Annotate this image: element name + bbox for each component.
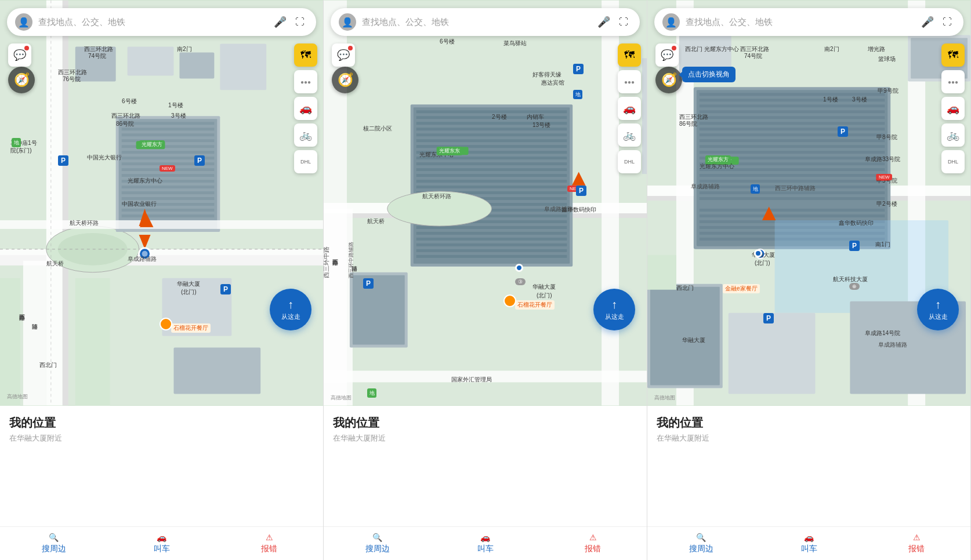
map-badge: ③ [515,278,526,285]
map-label: 南1门 [875,241,890,249]
map-label: 鑫华数码快印 [839,219,874,227]
svg-rect-22 [122,191,215,194]
search-placeholder[interactable]: 查找地点、公交、地铁 [362,17,591,28]
svg-rect-73 [416,226,567,229]
svg-rect-109 [700,151,885,154]
notification-dot [348,46,353,50]
traffic-button[interactable]: ●●● [294,70,317,93]
map-label: 13号楼 [532,121,550,129]
fullscreen-icon[interactable]: ⛶ [939,14,955,30]
svg-rect-10 [122,122,215,125]
nav-taxi[interactable]: 🚗 叫车 [108,533,216,554]
svg-rect-58 [416,139,567,142]
nav-report[interactable]: ⚠ 报错 [215,533,323,554]
svg-rect-15 [122,151,215,154]
from-here-button[interactable]: ↑ 从这走 [593,289,635,330]
nav-report[interactable]: ⚠ 报错 [539,533,647,554]
search-bar[interactable]: 查找地点、公交、地铁 🎤 ⛶ [331,8,640,36]
avatar[interactable] [339,13,356,31]
map-label: 增光路 [868,45,885,53]
taxi-label: 叫车 [801,544,817,554]
service-button[interactable]: DHL [618,150,641,173]
search-placeholder[interactable]: 查找地点、公交、地铁 [686,17,915,28]
avatar[interactable] [662,13,680,31]
nav-taxi[interactable]: 🚗 叫车 [755,533,863,554]
nav-taxi[interactable]: 🚗 叫车 [432,533,539,554]
svg-rect-65 [416,180,567,183]
layers-button[interactable]: 🗺 [618,43,641,67]
map-label: 6号楼 [122,97,137,106]
mic-icon[interactable]: 🎤 [272,14,288,30]
map-panel-2: 光耀东东 西三环中路 西三环中路辅路 [324,0,647,560]
mic-icon[interactable]: 🎤 [919,14,936,30]
message-bubble[interactable]: 💬 [8,43,31,67]
svg-rect-74 [416,232,567,235]
car-button[interactable]: 🚗 [294,97,317,120]
compass[interactable]: 🧭 [655,67,682,93]
map-label: 74号院 [88,52,106,60]
nav-report[interactable]: ⚠ 报错 [863,533,970,554]
service-button[interactable]: DHL [941,150,965,173]
bike-button[interactable]: 🚲 [294,123,317,147]
nav-nearby[interactable]: 🔍 搜周边 [647,533,755,554]
compass-arrow: 🧭 [661,72,677,88]
location-sub: 在华融大厦附近 [9,433,314,443]
nav-nearby[interactable]: 🔍 搜周边 [324,533,432,554]
map-view-3[interactable]: 光耀东方 高德地图 NEW [647,0,970,406]
svg-rect-131 [729,313,816,394]
traffic-button[interactable]: ●●● [618,70,641,93]
car-button[interactable]: 🚗 [618,97,641,120]
map-panel-3: 光耀东方 高德地图 NEW [647,0,971,560]
nav-nearby[interactable]: 🔍 搜周边 [0,533,108,554]
from-here-button[interactable]: ↑ 从这走 [917,289,959,330]
report-label: 报错 [585,544,601,554]
svg-rect-114 [700,180,885,183]
fullscreen-icon[interactable]: ⛶ [292,14,308,30]
service-button[interactable]: DHL [294,150,317,173]
taxi-icon: 🚗 [157,533,166,542]
message-bubble[interactable]: 💬 [655,43,679,67]
bike-button[interactable]: 🚲 [941,123,965,147]
map-label: (北门) [537,292,552,300]
map-view-2[interactable]: 光耀东东 西三环中路 西三环中路辅路 [324,0,647,406]
traffic-button[interactable]: ●●● [941,70,965,93]
bottom-nav-2: 🔍 搜周边 🚗 叫车 ⚠ 报错 [324,526,647,560]
avatar[interactable] [15,13,32,31]
map-label: 西北门 光耀东方中心 [685,45,739,53]
info-panel-3: 我的位置 在华融大厦附近 [647,406,970,526]
map-label-new: NEW [876,174,892,180]
map-label: 中国农业银行 [122,200,157,208]
car-button[interactable]: 🚗 [941,97,965,120]
compass[interactable]: 🧭 [332,67,358,93]
parking-sign: P [220,284,231,294]
message-bubble[interactable]: 💬 [332,43,355,67]
parking-sign: P [194,155,205,166]
compass[interactable]: 🧭 [8,67,35,93]
bike-button[interactable]: 🚲 [618,123,641,147]
map-label: 阜成路辅路 [691,183,720,191]
search-bar[interactable]: 查找地点、公交、地铁 🎤 ⛶ [7,8,316,36]
from-here-label: 从这走 [605,312,624,321]
svg-rect-101 [700,104,885,107]
map-label: 南2门 [177,45,192,53]
svg-rect-21 [122,186,215,188]
fullscreen-icon[interactable]: ⛶ [615,14,632,30]
svg-rect-57 [416,133,567,136]
from-here-button[interactable]: ↑ 从这走 [270,289,311,330]
layers-button[interactable]: 🗺 [941,43,965,67]
svg-text:高德地图: 高德地图 [654,395,675,401]
svg-rect-4 [46,1,63,406]
map-view-1[interactable]: 光耀东方 [0,0,323,406]
search-placeholder[interactable]: 查找地点、公交、地铁 [38,17,267,28]
taxi-label: 叫车 [477,544,494,554]
svg-rect-38 [173,348,260,394]
compass-arrow: 🧭 [14,72,30,88]
search-bar[interactable]: 查找地点、公交、地铁 🎤 ⛶ [654,8,963,36]
svg-rect-108 [700,145,885,148]
layers-button[interactable]: 🗺 [294,43,317,67]
svg-rect-34 [23,261,46,406]
mic-icon[interactable]: 🎤 [596,14,612,30]
svg-rect-75 [416,238,567,241]
svg-rect-5 [63,1,68,406]
svg-rect-33 [0,220,323,229]
